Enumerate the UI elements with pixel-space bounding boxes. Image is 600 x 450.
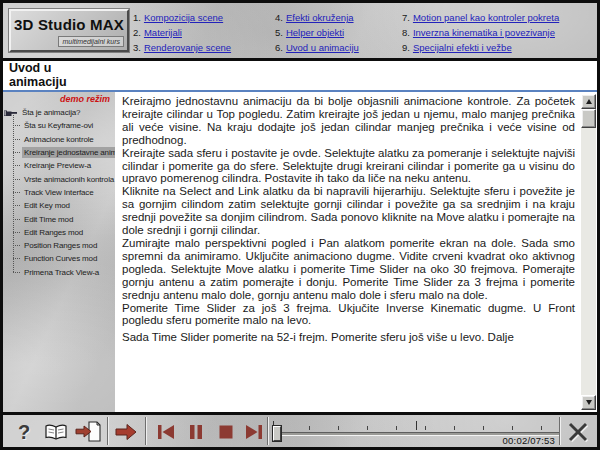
menu-column-1: 1.Kompozicija scene 2.Materijali 3.Rende… [133,12,231,57]
skip-end-icon [243,423,265,441]
paragraph: Kreirajmo jednostavnu animaciju da bi bo… [122,95,575,147]
sidebar-item-label: Kreiranje Preview-a [22,160,93,171]
menu-link[interactable]: Kompozicija scene [144,12,223,23]
menu-link[interactable]: Motion panel kao kontroler pokreta [413,12,559,23]
exit-lesson-button[interactable] [73,417,103,447]
close-icon [566,420,590,444]
menu-item-5[interactable]: 5.Helper objekti [275,27,359,42]
tree-connector [13,125,20,126]
menu-item-4[interactable]: 4.Efekti okruženja [275,12,359,27]
menu-number: 2. [133,27,141,38]
scrollbar-thumb[interactable] [581,109,596,128]
menu-item-3[interactable]: 3.Renderovanje scene [133,42,231,57]
sidebar-item-edit-key-mod[interactable]: Edit Key mod [3,199,115,212]
menu-item-2[interactable]: 2.Materijali [133,27,231,42]
menu-number: 6. [275,42,283,53]
tree-connector [13,232,20,233]
time-display: 00:02/07:53 [503,435,555,446]
menu-link[interactable]: Efekti okruženja [286,12,354,23]
sidebar-item-kreiranje-jednostavne-animacije[interactable]: Kreiranje jednostavne animacije [3,146,115,159]
text-scrollbar[interactable] [581,94,596,410]
menu-item-9[interactable]: 9.Specijalni efekti i vežbe [402,42,559,57]
paragraph: Kreirajte sada sferu i postavite je ovde… [122,147,575,186]
player-toolbar: ? [3,412,597,447]
skip-to-end-button[interactable] [239,417,269,447]
sidebar-item-label: Function Curves mod [22,253,99,264]
menu-number: 4. [275,12,283,23]
sidebar-item-position-ranges-mod[interactable]: Position Ranges mod [3,239,115,252]
sidebar-item-edit-ranges-mod[interactable]: Edit Ranges mod [3,226,115,239]
skip-to-start-button[interactable] [151,417,181,447]
paragraph: Sada Time Slider pomerite na 52-i frejm.… [122,331,575,344]
tree-connector [13,258,20,259]
tree-connector [13,245,20,246]
menu-number: 9. [402,42,410,53]
menu-column-3: 7.Motion panel kao kontroler pokreta 8.I… [402,12,559,57]
menu-link[interactable]: Specijalni efekti i vežbe [413,42,512,53]
tree-connector [13,165,20,166]
sidebar-item-label: Animacione kontrole [22,134,96,145]
menu-link[interactable]: Inverzna kinematika i povezivanje [413,27,555,38]
scroll-up-button[interactable] [581,94,596,109]
menu-item-7[interactable]: 7.Motion panel kao kontroler pokreta [402,12,559,27]
page-title-line2: animaciju [9,75,67,89]
menu-item-6[interactable]: 6.Uvod u animaciju [275,42,359,57]
toolbar-separator [267,417,269,445]
close-button[interactable] [562,417,594,447]
sidebar-item-edit-time-mod[interactable]: Edit Time mod [3,212,115,225]
sidebar-item-track-view-interface[interactable]: Track View Interface [3,186,115,199]
sidebar: demo režim Šta je animacija? Šta su Keyf… [3,92,115,412]
sidebar-item-label: Position Ranges mod [22,240,99,251]
question-mark-icon: ? [18,421,30,444]
lesson-text: Kreirajmo jednostavnu animaciju da bi bo… [115,92,579,412]
slider-thumb[interactable] [273,426,281,441]
pause-button[interactable] [181,417,211,447]
menu-number: 1. [133,12,141,23]
sidebar-item-primena-track-viewa[interactable]: Primena Track View-a [3,266,115,279]
main-panel: Uvod u animaciju demo režim Šta je anima… [3,61,597,412]
menu-number: 3. [133,42,141,53]
menu-item-1[interactable]: 1.Kompozicija scene [133,12,231,27]
sidebar-item-keyframeovi[interactable]: Šta su Keyframe-ovi [3,119,115,132]
scroll-down-button[interactable] [581,395,596,410]
menu-link[interactable]: Helper objekti [286,27,344,38]
paragraph: Kliknite na Select and Link alatku da bi… [122,185,575,237]
sidebar-item-sta-je-animacija[interactable]: Šta je animacija? [3,106,115,119]
tree-connector [13,205,20,206]
menu-item-8[interactable]: 8.Inverzna kinematika i povezivanje [402,27,559,42]
menu-link[interactable]: Materijali [144,27,182,38]
menu-number: 7. [402,12,410,23]
sidebar-item-label: Edit Ranges mod [22,227,85,238]
contents-button[interactable] [41,417,71,447]
sidebar-item-label: Primena Track View-a [22,267,101,278]
menu-link[interactable]: Renderovanje scene [144,42,231,53]
help-button[interactable]: ? [9,417,39,447]
toolbar-separator [559,417,561,445]
sidebar-item-vrste-kontrola[interactable]: Vrste animacionih kontrola [3,172,115,185]
demo-mode-label: demo režim [3,92,115,105]
pointing-hand-icon [4,108,18,118]
stop-button[interactable] [211,417,241,447]
page-title-line1: Uvod u [9,61,51,75]
menu-column-2: 4.Efekti okruženja 5.Helper objekti 6.Uv… [275,12,359,57]
paragraph: Zumirajte malo perspektivni pogled i Pan… [122,237,575,302]
menu-number: 8. [402,27,410,38]
toolbar-separator [145,417,147,445]
sidebar-item-kreiranje-previewa[interactable]: Kreiranje Preview-a [3,159,115,172]
tree-connector [13,192,20,193]
sidebar-item-label: Vrste animacionih kontrola [22,174,115,185]
toolbar-separator [107,417,109,445]
tree-connector [13,219,20,220]
menu-link[interactable]: Uvod u animaciju [286,42,359,53]
sidebar-item-function-curves-mod[interactable]: Function Curves mod [3,252,115,265]
tree-connector [13,152,20,153]
forward-button[interactable] [111,417,141,447]
tree-connector [13,139,20,140]
arrow-up-icon [586,99,592,104]
sidebar-item-animacione-kontrole[interactable]: Animacione kontrole [3,133,115,146]
hand-document-icon [75,421,101,443]
tree-connector [13,179,20,180]
forward-arrow-icon [114,422,138,442]
sidebar-item-label: Edit Key mod [22,200,72,211]
pause-icon [187,423,205,441]
